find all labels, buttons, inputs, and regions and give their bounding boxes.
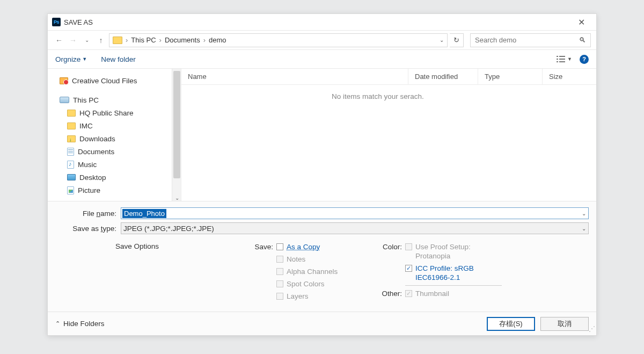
chevron-down-icon[interactable]: ⌄ [582, 211, 586, 216]
tree-item-hq[interactable]: HQ Public Share [60, 106, 181, 119]
folder-icon [113, 37, 122, 44]
hide-folders-toggle[interactable]: ⌃ Hide Folders [55, 320, 105, 328]
help-button[interactable]: ? [580, 55, 589, 64]
notes-label: Notes [287, 255, 305, 264]
tree-label: Picture [78, 186, 100, 194]
as-copy-checkbox[interactable] [276, 243, 283, 250]
creative-cloud-icon [60, 77, 68, 84]
type-combo[interactable]: JPEG (*.JPG;*.JPEG;*.JPE) ⌄ [121, 222, 589, 234]
documents-icon [67, 148, 74, 156]
caret-down-icon: ▼ [82, 56, 87, 62]
tree-item-documents[interactable]: Documents [60, 145, 181, 158]
new-folder-button[interactable]: New folder [101, 55, 136, 63]
col-date[interactable]: Date modified [408, 69, 478, 84]
pc-icon [60, 97, 69, 103]
tree-scrollbar[interactable]: ⌄ [172, 69, 181, 201]
forward-button[interactable]: → [67, 34, 79, 46]
view-mode-button[interactable]: ▼ [557, 56, 572, 62]
back-button[interactable]: ← [53, 34, 65, 46]
music-icon [67, 161, 74, 169]
notes-checkbox [276, 256, 283, 263]
hide-folders-label: Hide Folders [63, 320, 105, 328]
filename-combo[interactable]: Demo_Photo ⌄ [121, 207, 589, 219]
as-copy-label[interactable]: As a Copy [287, 242, 320, 251]
spot-label: Spot Colors [287, 279, 325, 288]
layers-label: Layers [287, 292, 309, 301]
chevron-up-icon: ⌃ [55, 320, 60, 327]
breadcrumb-dropdown-icon[interactable]: ⌄ [440, 37, 444, 43]
other-group-label: Other: [378, 289, 402, 298]
col-size[interactable]: Size [543, 69, 596, 84]
tree-item-creative-cloud[interactable]: Creative Cloud Files [60, 74, 181, 87]
save-as-dialog: Ps SAVE AS ✕ ← → ⌄ ↑ › This PC › Documen… [47, 13, 597, 336]
thumbnail-checkbox: ✓ [405, 290, 412, 297]
search-box[interactable]: 🔍︎ [470, 33, 591, 47]
refresh-button[interactable]: ↻ [450, 33, 464, 47]
chevron-right-icon: › [126, 36, 128, 44]
save-options: Save Options Save: As a Copy Notes Alpha… [48, 238, 596, 312]
folder-icon [67, 110, 76, 117]
tree-label: HQ Public Share [79, 109, 134, 117]
tree-item-music[interactable]: Music [60, 158, 181, 171]
tree-item-this-pc[interactable]: This PC [60, 93, 181, 106]
save-button[interactable]: 存檔(S) [487, 317, 535, 331]
type-label: Save as type: [72, 225, 116, 233]
caret-down-icon: ▼ [567, 56, 572, 62]
tree-label: IMC [79, 122, 93, 130]
divider [405, 285, 502, 286]
filename-label: File name: [72, 209, 116, 218]
close-button[interactable]: ✕ [570, 17, 592, 27]
file-list: Name Date modified Type Size No items ma… [181, 69, 596, 201]
color-group-label: Color: [378, 242, 402, 251]
cancel-button[interactable]: 取消 [540, 317, 589, 331]
tree-label: Downloads [79, 135, 115, 143]
chevron-down-icon[interactable]: ⌄ [172, 195, 181, 201]
file-list-body: No items match your serach. [181, 85, 596, 201]
up-button[interactable]: ↑ [95, 34, 107, 46]
organize-menu[interactable]: Orgnize ▼ [55, 55, 87, 63]
tree-item-downloads[interactable]: Downloads [60, 132, 181, 145]
search-input[interactable] [475, 36, 579, 44]
desktop-icon [67, 174, 76, 180]
footer: ⌃ Hide Folders 存檔(S) 取消 [48, 312, 596, 335]
tree-item-picture[interactable]: Picture [60, 184, 181, 197]
scrollbar-thumb[interactable] [173, 71, 180, 178]
breadcrumb-bar[interactable]: › This PC › Documents › demo ⌄ [109, 33, 448, 47]
save-button-label: 存檔(S) [499, 319, 522, 329]
thumbnail-label: Thumbnail [415, 289, 449, 298]
chevron-right-icon: › [203, 36, 206, 44]
chevron-down-icon[interactable]: ⌄ [582, 226, 586, 232]
photoshop-icon: Ps [52, 18, 61, 26]
nav-row: ← → ⌄ ↑ › This PC › Documents › demo ⌄ ↻… [48, 30, 596, 49]
pictures-icon [67, 186, 74, 194]
tree-label: Documents [78, 148, 114, 156]
nav-tree: Creative Cloud Files This PC HQ Public S… [48, 69, 181, 201]
search-icon: 🔍︎ [579, 36, 586, 44]
explorer-split: Creative Cloud Files This PC HQ Public S… [48, 69, 596, 201]
col-name[interactable]: Name [181, 69, 408, 84]
save-group-label: Save: [250, 242, 273, 251]
recent-dropdown[interactable]: ⌄ [81, 34, 93, 46]
proof-label: Use Proof Setup: Protanopia [415, 242, 501, 261]
column-headers: Name Date modified Type Size [181, 69, 596, 85]
layers-checkbox [276, 293, 283, 300]
col-type[interactable]: Type [478, 69, 543, 84]
breadcrumb-seg-documents[interactable]: Documents [165, 36, 200, 44]
breadcrumb-seg-thispc[interactable]: This PC [131, 36, 156, 44]
type-value: JPEG (*.JPG;*.JPEG;*.JPE) [121, 225, 216, 233]
folder-icon [67, 122, 76, 129]
tree-label: Desktop [79, 174, 106, 182]
chevron-right-icon: › [159, 36, 162, 44]
organize-label: Orgnize [55, 55, 80, 63]
tree-item-desktop[interactable]: Desktop [60, 171, 181, 184]
toolbar: Orgnize ▼ New folder ▼ ? [48, 49, 596, 69]
icc-checkbox[interactable]: ✓ [405, 265, 412, 272]
resize-grip[interactable]: ⋰ [588, 327, 595, 334]
window-title: SAVE AS [64, 18, 93, 26]
downloads-icon [67, 135, 76, 142]
breadcrumb-seg-demo[interactable]: demo [209, 36, 226, 44]
tree-label: Creative Cloud Files [72, 77, 137, 85]
icc-label[interactable]: ICC Profile: sRGB IEC61966-2.1 [415, 264, 507, 282]
proof-checkbox [405, 243, 412, 250]
tree-item-imc[interactable]: IMC [60, 119, 181, 132]
